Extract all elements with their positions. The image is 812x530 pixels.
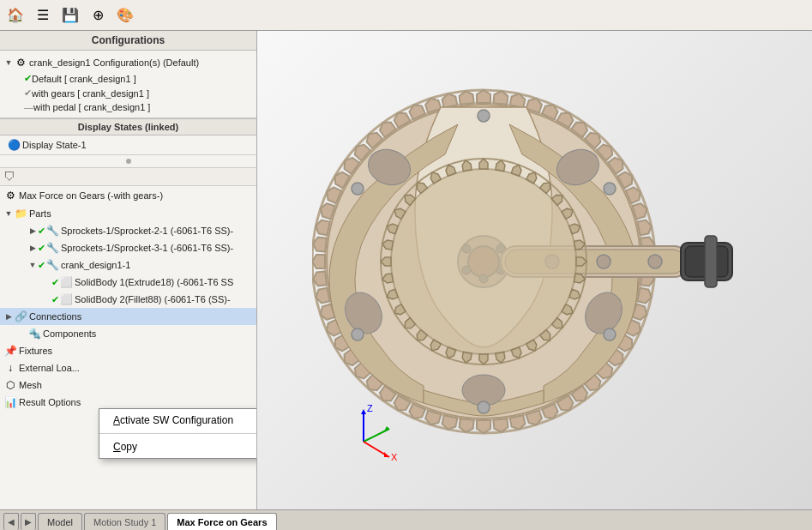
context-menu-separator	[99, 433, 257, 434]
tab-max-force[interactable]: Max Force on Gears	[167, 513, 276, 530]
home-icon[interactable]: 🏠	[3, 3, 27, 27]
sp3-expand: ▶	[27, 243, 38, 253]
z-axis-label: Z	[367, 403, 373, 413]
svg-point-19	[648, 255, 662, 268]
study-label-item[interactable]: ⚙ Max Force on Gears (-with gears-)	[0, 186, 256, 205]
solidbody1-item[interactable]: ✔ ⬜ SolidBody 1(Extrude18) (-6061-T6 SS	[0, 274, 256, 291]
config-withpedal-item[interactable]: — with pedal [ crank_design1 ]	[0, 100, 256, 114]
sb1-check: ✔	[51, 277, 59, 288]
tab-nav-left[interactable]: ◀	[3, 513, 19, 530]
display-state-icon: 🔵	[7, 138, 21, 152]
sb1-expand	[41, 277, 51, 287]
main-area: Configurations ▼ ⚙ crank_design1 Configu…	[0, 31, 812, 509]
svg-point-29	[352, 328, 364, 340]
study-label: Max Force on Gears (-with gears-)	[19, 190, 163, 201]
solidbody2-item[interactable]: ✔ ⬜ SolidBody 2(Fillet88) (-6061-T6 (SS)…	[0, 291, 256, 308]
activate-config-label: ctivate SW Configuration	[120, 414, 233, 426]
menu-icon[interactable]: ☰	[31, 3, 55, 27]
check-gray-icon: ✔	[24, 87, 32, 99]
toolbar: 🏠 ☰ 💾 ⊕ 🎨	[0, 0, 812, 31]
config-root-icon: ⚙	[14, 56, 27, 69]
copy-underline-char: C	[113, 441, 121, 453]
sprocket3-label: Sprockets-1/Sprocket-3-1 (-6061-T6 SS)-	[61, 243, 233, 253]
config-root-label: crank_design1 Configuration(s) (Default)	[29, 57, 199, 68]
result-options-label: Result Options	[19, 397, 81, 407]
sp3-icon: 🔧	[45, 241, 59, 255]
filter-input[interactable]	[19, 172, 253, 182]
parts-label: Parts	[29, 208, 51, 219]
sb2-check: ✔	[51, 294, 59, 305]
external-loads-label: External Loa...	[19, 363, 80, 373]
copy-menu-item[interactable]: Copy	[99, 436, 257, 458]
crank-gear-svg: Z X	[312, 47, 792, 493]
spacer2	[14, 88, 24, 99]
sp3-check: ✔	[38, 243, 45, 254]
study-icon: ⚙	[3, 189, 17, 202]
solidbody2-label: SolidBody 2(Fillet88) (-6061-T6 (SS)-	[75, 294, 231, 304]
sb1-icon: ⬜	[59, 275, 73, 289]
scroll-indicator	[0, 154, 256, 168]
config-withpedal-label: with pedal [ crank_design1 ]	[33, 102, 150, 112]
external-loads-item[interactable]: ↓ External Loa...	[0, 359, 256, 376]
parts-folder-icon: 📁	[14, 207, 27, 220]
svg-point-26	[604, 183, 616, 195]
crank-icon: 🔧	[45, 258, 59, 272]
connections-label: Connections	[29, 311, 81, 322]
tab-motion-study[interactable]: Motion Study 1	[84, 513, 165, 530]
scroll-dot	[126, 159, 131, 164]
conn-expand: ▶	[3, 311, 14, 322]
left-panel: Configurations ▼ ⚙ crank_design1 Configu…	[0, 31, 257, 509]
svg-point-28	[478, 401, 490, 413]
conn-icon: 🔗	[14, 310, 27, 323]
svg-point-24	[391, 169, 576, 354]
context-menu: Activate SW Configuration Copy	[99, 408, 257, 459]
svg-marker-32	[361, 409, 366, 414]
x-axis-label: X	[391, 452, 398, 462]
config-default-item[interactable]: ✔ Default [ crank_design1 ]	[0, 71, 256, 86]
config-tree-section: ▼ ⚙ crank_design1 Configuration(s) (Defa…	[0, 51, 256, 118]
connections-item[interactable]: ▶ 🔗 Connections	[0, 308, 256, 325]
fixtures-item[interactable]: 📌 Fixtures	[0, 342, 256, 359]
check-green-icon: ✔	[24, 73, 32, 84]
display-state-label: Display State-1	[22, 140, 87, 150]
configurations-header: Configurations	[0, 31, 256, 51]
mesh-item[interactable]: ⬡ Mesh	[0, 376, 256, 394]
sprocket3-item[interactable]: ▶ ✔ 🔧 Sprockets-1/Sprocket-3-1 (-6061-T6…	[0, 239, 256, 256]
svg-point-30	[352, 183, 364, 195]
comp-icon: 🔩	[27, 327, 41, 340]
target-icon[interactable]: ⊕	[86, 3, 110, 27]
tab-max-force-label: Max Force on Gears	[177, 517, 267, 527]
bottom-tabs: ◀ ▶ Model Motion Study 1 Max Force on Ge…	[0, 509, 812, 530]
display-state-item[interactable]: 🔵 Display State-1	[0, 136, 256, 154]
svg-point-18	[597, 255, 611, 268]
parts-item[interactable]: ▼ 📁 Parts	[0, 205, 256, 222]
copy-label: opy	[121, 441, 137, 453]
svg-point-25	[478, 110, 490, 122]
crankdesign-item[interactable]: ▼ ✔ 🔧 crank_design1-1	[0, 256, 256, 274]
components-item[interactable]: 🔩 Components	[0, 325, 256, 342]
tab-model[interactable]: Model	[38, 513, 82, 530]
spacer	[14, 74, 24, 84]
dash-icon: —	[24, 102, 33, 112]
config-root-item[interactable]: ▼ ⚙ crank_design1 Configuration(s) (Defa…	[0, 54, 256, 71]
config-withgears-item[interactable]: ✔ with gears [ crank_design1 ]	[0, 86, 256, 100]
sprocket2-item[interactable]: ▶ ✔ 🔧 Sprockets-1/Sprocket-2-1 (-6061-T6…	[0, 222, 256, 239]
sb2-expand	[41, 294, 51, 304]
svg-point-27	[604, 328, 616, 340]
sprocket2-label: Sprockets-1/Sprocket-2-1 (-6061-T6 SS)-	[61, 226, 233, 236]
save-icon[interactable]: 💾	[58, 3, 82, 27]
viewport: Z X	[257, 31, 812, 509]
palette-icon[interactable]: 🎨	[113, 3, 137, 27]
crank-check: ✔	[38, 260, 45, 271]
tab-nav-right[interactable]: ▶	[21, 513, 36, 530]
display-states-header: Display States (linked)	[0, 118, 256, 136]
crank-expand: ▼	[27, 260, 38, 270]
fixture-icon: 📌	[3, 344, 17, 358]
filter-bar: ⛉	[0, 168, 256, 186]
filter-icon: ⛉	[3, 170, 15, 184]
config-default-label: Default [ crank_design1 ]	[32, 74, 136, 84]
activate-config-menu-item[interactable]: Activate SW Configuration	[99, 409, 257, 431]
axis-indicator-group: Z X	[361, 403, 398, 462]
sb2-icon: ⬜	[59, 292, 73, 306]
activate-underline-char: A	[113, 414, 120, 426]
